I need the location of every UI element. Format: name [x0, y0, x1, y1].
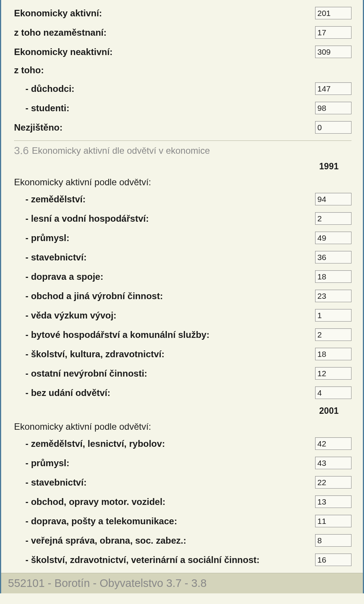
data-row: - školství, zdravotnictví, veterinární a… [14, 554, 351, 566]
row-label: - stavebnictví: [14, 252, 86, 263]
row-label: - průmysl: [14, 233, 69, 243]
row-label: Ekonomicky aktivní: [14, 8, 102, 19]
data-row: - průmysl:49 [14, 232, 351, 244]
data-row: - obchod, opravy motor. vozidel:13 [14, 495, 351, 508]
year-2001: 2001 [14, 406, 351, 416]
value-box: 1 [315, 309, 351, 322]
value-box: 201 [315, 7, 351, 19]
row-label: - důchodci: [14, 84, 74, 94]
content: Ekonomicky aktivní:201z toho nezaměstnan… [1, 0, 363, 566]
page-container: Ekonomicky aktivní:201z toho nezaměstnan… [0, 0, 364, 593]
data-row: - věda výzkum vývoj:1 [14, 309, 351, 322]
row-label: - bez udání odvětví: [14, 388, 110, 398]
section-heading: 3.6 Ekonomicky aktivní dle odvětví v eko… [14, 140, 351, 159]
data-row: - studenti:98 [14, 102, 351, 114]
row-label: z toho: [14, 65, 44, 76]
section-number: 3.6 [14, 145, 29, 157]
row-label: - školství, kultura, zdravotnictví: [14, 349, 165, 360]
row-label: - doprava a spoje: [14, 271, 103, 282]
data-row: Ekonomicky aktivní:201 [14, 7, 351, 19]
data-row: - doprava, pošty a telekomunikace:11 [14, 515, 351, 527]
data-row: - lesní a vodní hospodářství:2 [14, 212, 351, 225]
value-box: 147 [315, 82, 351, 95]
value-box: 43 [315, 457, 351, 469]
row-label: - ostatní nevýrobní činnosti: [14, 368, 147, 379]
row-label: - obchod a jiná výrobní činnost: [14, 291, 163, 301]
footer-band: 552101 - Borotín - Obyvatelstvo 3.7 - 3.… [1, 573, 363, 593]
data-row: z toho: [14, 65, 351, 76]
data-row: - bytové hospodářství a komunální služby… [14, 328, 351, 341]
subheading-2: Ekonomicky aktivní podle odvětví: [14, 421, 151, 432]
data-row: - veřejná správa, obrana, soc. zabez.:8 [14, 534, 351, 547]
row-label: z toho nezaměstnaní: [14, 27, 107, 38]
row-label: - bytové hospodářství a komunální služby… [14, 330, 209, 340]
data-row: - bez udání odvětví:4 [14, 386, 351, 399]
value-box: 13 [315, 495, 351, 508]
value-box: 22 [315, 476, 351, 489]
value-box: 98 [315, 102, 351, 114]
value-box: 36 [315, 251, 351, 263]
subheading-1: Ekonomicky aktivní podle odvětví: [14, 177, 151, 188]
data-row: Nezjištěno:0 [14, 121, 351, 134]
data-row: - důchodci:147 [14, 82, 351, 95]
row-label: Ekonomicky neaktivní: [14, 47, 113, 57]
value-box: 18 [315, 270, 351, 283]
value-box: 16 [315, 554, 351, 566]
row-label: - věda výzkum vývoj: [14, 310, 116, 321]
year-1991: 1991 [14, 161, 351, 172]
data-row: - obchod a jiná výrobní činnost:23 [14, 290, 351, 302]
value-box: 94 [315, 193, 351, 205]
value-box: 11 [315, 515, 351, 527]
value-box: 0 [315, 121, 351, 134]
row-label: - stavebnictví: [14, 477, 86, 488]
row-label: - zemědělství, lesnictví, rybolov: [14, 438, 165, 449]
section-title: Ekonomicky aktivní dle odvětví v ekonomi… [32, 145, 210, 156]
value-box: 23 [315, 290, 351, 302]
data-row: - zemědělství:94 [14, 193, 351, 205]
value-box: 309 [315, 46, 351, 58]
row-label: - studenti: [14, 103, 69, 114]
row-label: - veřejná správa, obrana, soc. zabez.: [14, 535, 186, 546]
value-box: 49 [315, 232, 351, 244]
data-row: - školství, kultura, zdravotnictví:18 [14, 348, 351, 360]
data-row: - zemědělství, lesnictví, rybolov:42 [14, 437, 351, 450]
value-box: 2 [315, 212, 351, 225]
subheading-row: Ekonomicky aktivní podle odvětví: [14, 421, 351, 432]
row-label: - doprava, pošty a telekomunikace: [14, 516, 177, 527]
data-row: - průmysl:43 [14, 457, 351, 469]
data-row: - doprava a spoje:18 [14, 270, 351, 283]
row-label: - průmysl: [14, 458, 69, 468]
value-box: 8 [315, 534, 351, 547]
value-box: 2 [315, 328, 351, 341]
data-row: - stavebnictví:22 [14, 476, 351, 489]
row-label: - obchod, opravy motor. vozidel: [14, 497, 165, 507]
value-box: 18 [315, 348, 351, 360]
subheading-row: Ekonomicky aktivní podle odvětví: [14, 177, 351, 188]
value-box: 17 [315, 26, 351, 39]
value-box: 12 [315, 367, 351, 380]
data-row: z toho nezaměstnaní:17 [14, 26, 351, 39]
row-label: - zemědělství: [14, 194, 86, 205]
data-row: - stavebnictví:36 [14, 251, 351, 263]
value-box: 4 [315, 386, 351, 399]
row-label: - školství, zdravotnictví, veterinární a… [14, 555, 260, 565]
row-label: - lesní a vodní hospodářství: [14, 213, 149, 224]
data-row: Ekonomicky neaktivní:309 [14, 46, 351, 58]
row-label: Nezjištěno: [14, 122, 63, 133]
data-row: - ostatní nevýrobní činnosti:12 [14, 367, 351, 380]
value-box: 42 [315, 437, 351, 450]
